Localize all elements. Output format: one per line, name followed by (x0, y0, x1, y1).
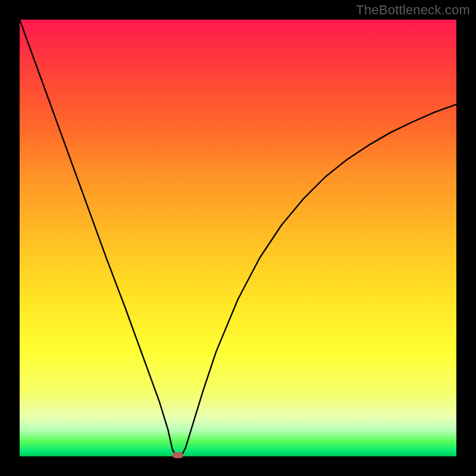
minimum-marker (173, 452, 183, 458)
watermark-text: TheBottleneck.com (356, 2, 470, 18)
plot-area (20, 20, 456, 456)
bottleneck-curve (20, 20, 456, 456)
chart-frame: TheBottleneck.com (0, 0, 476, 476)
